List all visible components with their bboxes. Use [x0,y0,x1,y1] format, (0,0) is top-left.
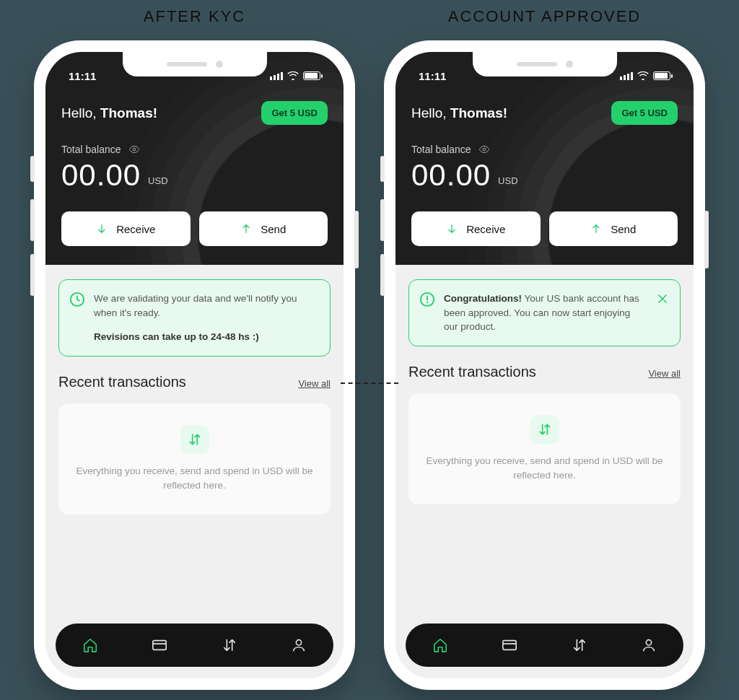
eye-icon[interactable] [478,144,490,155]
balance-currency: USD [148,175,167,193]
promo-button[interactable]: Get 5 USD [611,101,678,125]
home-icon [432,637,448,653]
wifi-icon [637,71,649,80]
arrow-down-icon [446,223,458,235]
signal-icon [620,72,633,80]
close-icon[interactable] [655,292,670,306]
hero-section: 11:11 Hello, Thomas! Get 5 USD [395,52,694,265]
send-button[interactable]: Send [199,211,328,246]
person-icon [291,637,307,653]
side-button [30,199,35,241]
balance-amount: 00.00 [411,158,491,193]
status-icons [270,71,320,80]
eye-icon[interactable] [128,144,140,155]
wifi-icon [287,71,299,80]
transactions-empty-text: Everything you receive, send and spend i… [76,464,313,494]
signal-icon [270,72,283,80]
state-connector-line [341,382,398,384]
card-icon [152,637,167,653]
notice-subtext: Revisions can take up to 24-48 hs :) [94,330,320,344]
svg-point-11 [646,640,651,645]
nav-profile[interactable] [281,627,317,663]
svg-rect-2 [153,641,166,650]
side-button [380,199,385,241]
status-time: 11:11 [419,70,446,82]
side-button [30,156,35,182]
battery-icon [303,71,320,80]
nav-card[interactable] [491,627,528,663]
status-bar: 11:11 [411,65,678,87]
bottom-nav [56,624,333,667]
caption-right: ACCOUNT APPROVED [448,7,642,26]
balance-label: Total balance [411,144,471,155]
view-all-link[interactable]: View all [648,368,681,379]
side-button [380,156,385,182]
balance-label: Total balance [61,144,121,155]
transactions-empty-card: Everything you receive, send and spend i… [58,403,331,515]
card-icon [502,637,517,653]
clock-icon [69,292,85,307]
caption-left: AFTER KYC [144,7,245,26]
svg-point-8 [427,302,428,303]
bottom-nav [406,624,683,667]
transactions-title: Recent transactions [408,364,536,380]
notice-text: Congratulations! Your US bank account ha… [444,292,647,334]
promo-button[interactable]: Get 5 USD [261,101,328,125]
battery-icon [653,71,670,80]
state-account-approved: ACCOUNT APPROVED 11:11 [384,7,705,690]
arrow-up-icon [240,223,252,235]
transactions-empty-text: Everything you receive, send and spend i… [426,454,663,484]
svg-rect-9 [503,641,516,650]
status-time: 11:11 [69,70,96,82]
balance-amount: 00.00 [61,158,141,193]
check-circle-icon [419,292,435,307]
greeting: Hello, Thomas! [61,105,157,121]
validation-notice: We are validating your data and we'll no… [58,279,331,356]
transactions-title: Recent transactions [58,374,186,390]
swap-vertical-icon [188,432,202,447]
balance-currency: USD [498,175,517,193]
transactions-empty-card: Everything you receive, send and spend i… [408,393,681,505]
send-button[interactable]: Send [549,211,678,246]
status-bar: 11:11 [61,65,328,87]
receive-button[interactable]: Receive [411,211,541,246]
svg-point-5 [483,148,486,151]
phone-frame-right: 11:11 Hello, Thomas! Get 5 USD [384,40,705,690]
nav-card[interactable] [141,627,178,663]
nav-home[interactable] [422,627,458,663]
person-icon [641,637,657,653]
side-button [30,254,35,296]
lower-section: We are validating your data and we'll no… [45,265,344,678]
notice-text: We are validating your data and we'll no… [94,292,320,320]
side-button [354,211,359,268]
nav-profile[interactable] [631,627,667,663]
receive-button[interactable]: Receive [61,211,191,246]
approval-notice: Congratulations! Your US bank account ha… [408,279,681,346]
greeting: Hello, Thomas! [411,105,507,121]
swap-vertical-icon [538,422,552,437]
phone-frame-left: 11:11 Hello, Thomas! Get 5 USD [34,40,355,690]
arrow-up-icon [590,223,602,235]
transactions-empty-icon-wrap [530,415,559,444]
side-button [380,254,385,296]
swap-vertical-icon [572,637,587,653]
lower-section: Congratulations! Your US bank account ha… [395,265,694,678]
hero-section: 11:11 Hello, Thomas! Get 5 USD [45,52,344,265]
arrow-down-icon [96,223,108,235]
transactions-empty-icon-wrap [180,425,209,454]
state-after-kyc: AFTER KYC 11:11 [34,7,355,690]
view-all-link[interactable]: View all [298,378,331,389]
nav-activity[interactable] [211,627,248,663]
swap-vertical-icon [222,637,237,653]
nav-activity[interactable] [561,627,598,663]
status-icons [620,71,670,80]
svg-point-0 [133,148,136,151]
side-button [704,211,709,268]
nav-home[interactable] [72,627,108,663]
home-icon [82,637,98,653]
svg-point-4 [296,640,301,645]
